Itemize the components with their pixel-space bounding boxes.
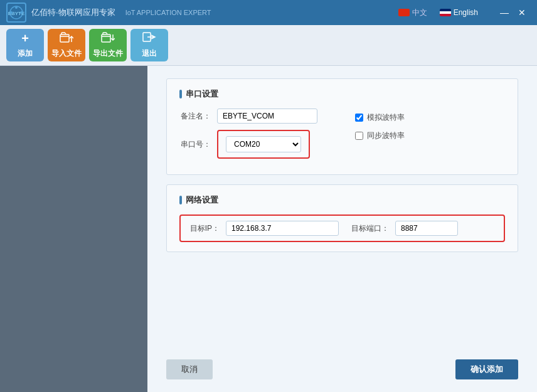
ebyte-logo: EBYTE [6,3,26,23]
network-highlight-box: 目标IP： 目标端口： [179,215,505,242]
svg-rect-5 [60,34,69,42]
close-button[interactable]: ✕ [513,4,531,21]
network-section-title: 网络设置 [179,194,505,206]
alias-label: 备注名： [179,111,211,122]
export-icon [101,31,115,46]
exit-button[interactable]: 退出 [130,29,168,61]
exit-icon [142,31,156,46]
toolbar: + 添加 导入文件 导出文件 [0,25,537,66]
brand-text: 亿佰特·物联网应用专家 [31,7,115,18]
add-label: 添加 [18,48,33,59]
export-button[interactable]: 导出文件 [89,29,127,61]
alias-row: 备注名： [179,109,317,124]
cn-flag-icon [398,9,410,16]
main-layout: 串口设置 备注名： 串口号： COM20 COM1 [0,66,537,392]
lang-en-btn[interactable]: English [435,6,483,19]
port-label: 串口号： [179,139,211,150]
sidebar [0,66,147,392]
svg-point-2 [15,6,18,9]
target-ip-label: 目标IP： [188,223,220,234]
sync-baud-checkbox[interactable] [355,132,363,140]
cancel-button[interactable]: 取消 [166,359,213,379]
simulate-baud-row: 模拟波特率 [355,112,405,123]
target-port-input[interactable] [395,221,458,236]
bottom-bar: 取消 确认添加 [166,353,518,379]
target-port-label: 目标端口： [351,223,389,234]
simulate-baud-label: 模拟波特率 [367,112,405,123]
serial-section-title: 串口设置 [179,88,505,100]
minimize-button[interactable]: — [496,4,513,21]
export-label: 导出文件 [93,48,123,59]
logo-area: EBYTE 亿佰特·物联网应用专家 IoT APPLICATION EXPERT [6,3,393,23]
alias-input[interactable] [217,109,317,124]
exit-label: 退出 [142,48,157,59]
target-port-row: 目标端口： [351,221,458,236]
import-icon [60,31,73,46]
add-button[interactable]: + 添加 [6,29,44,61]
add-icon: + [21,31,29,46]
port-row: 串口号： COM20 COM1 COM2 COM3 COM10 COM30 [179,130,317,159]
content-area: 串口设置 备注名： 串口号： COM20 COM1 [147,66,537,392]
target-ip-row: 目标IP： [188,221,339,236]
serial-section: 串口设置 备注名： 串口号： COM20 COM1 [166,78,518,175]
lang-cn-btn[interactable]: 中文 [393,6,432,20]
svg-point-3 [20,11,23,14]
spacer [166,262,518,344]
app-subtitle: IoT APPLICATION EXPERT [125,9,211,16]
sync-baud-label: 同步波特率 [367,130,405,141]
simulate-baud-checkbox[interactable] [355,114,363,122]
target-ip-input[interactable] [226,221,339,236]
confirm-button[interactable]: 确认添加 [455,359,518,379]
import-label: 导入文件 [51,48,82,59]
title-bar: EBYTE 亿佰特·物联网应用专家 IoT APPLICATION EXPERT… [0,0,537,25]
en-flag-icon [440,9,451,16]
svg-point-4 [10,11,13,14]
import-button[interactable]: 导入文件 [48,29,85,61]
svg-rect-7 [102,34,110,42]
language-switcher[interactable]: 中文 English [393,6,483,20]
port-select[interactable]: COM20 COM1 COM2 COM3 COM10 COM30 [226,136,301,152]
sync-baud-row: 同步波特率 [355,130,405,141]
port-highlight-box: COM20 COM1 COM2 COM3 COM10 COM30 [217,130,310,159]
network-section: 网络设置 目标IP： 目标端口： [166,184,518,252]
